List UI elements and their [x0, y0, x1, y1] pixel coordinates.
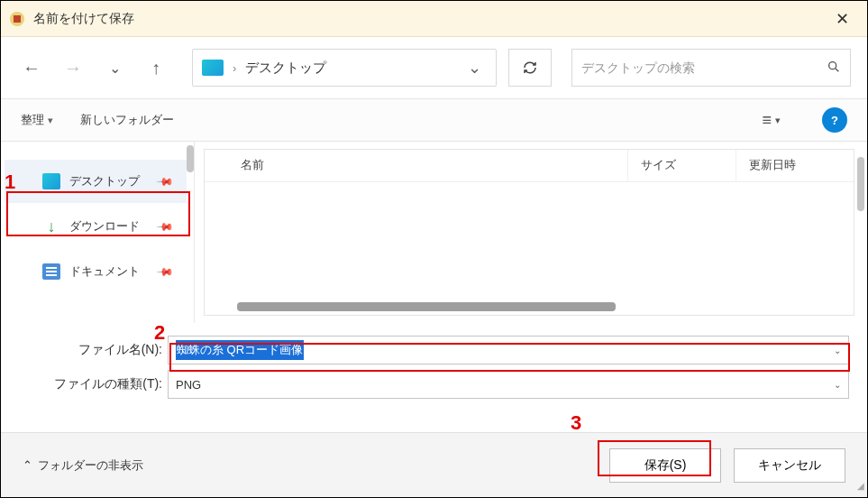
up-button[interactable]: ↑ [142, 53, 170, 82]
hide-folders-button[interactable]: ⌃ フォルダーの非表示 [23, 457, 143, 474]
fields: ファイル名(N): 蜘蛛の糸 QRコード画像 ⌄ ファイルの種類(T): PNG… [1, 323, 867, 408]
svg-rect-1 [14, 15, 21, 23]
pin-icon: 📌 [156, 172, 175, 191]
breadcrumb-location: デスクトップ [245, 60, 326, 77]
pin-icon: 📌 [156, 217, 175, 236]
pin-icon: 📌 [156, 263, 175, 281]
filelist-h-scrollbar[interactable] [237, 302, 616, 311]
search-icon[interactable] [827, 60, 841, 77]
filetype-value: PNG [176, 378, 201, 392]
document-icon [42, 263, 60, 280]
hide-folders-label: フォルダーの非表示 [38, 457, 143, 474]
chevron-down-icon[interactable]: ⌄ [834, 346, 841, 355]
location-icon [202, 60, 224, 76]
organize-label: 整理 [21, 112, 44, 128]
view-button[interactable]: ≡▾ [762, 111, 781, 130]
search-box[interactable] [571, 49, 851, 87]
filename-value: 蜘蛛の糸 QRコード画像 [176, 340, 304, 360]
search-input[interactable] [581, 60, 827, 75]
chevron-down-icon[interactable]: ⌄ [834, 380, 841, 390]
filetype-row: ファイルの種類(T): PNG ⌄ [19, 370, 849, 399]
breadcrumb-separator: › [233, 61, 236, 75]
help-button[interactable]: ? [822, 107, 847, 133]
filename-row: ファイル名(N): 蜘蛛の糸 QRコード画像 ⌄ [19, 336, 849, 364]
filetype-input[interactable]: PNG ⌄ [168, 370, 849, 399]
resize-grabber[interactable]: ◢ [854, 484, 864, 494]
file-list[interactable]: 名前 サイズ 更新日時 [204, 149, 854, 316]
sidebar-item-label: ダウンロード [69, 218, 140, 235]
new-folder-label: 新しいフォルダー [80, 112, 174, 128]
nav-row: ← → ⌄ ↑ › デスクトップ ⌄ [1, 37, 867, 98]
back-button[interactable]: ← [17, 53, 46, 82]
sidebar-scrollbar[interactable] [187, 145, 194, 172]
recent-button[interactable]: ⌄ [100, 53, 129, 82]
sidebar-item-label: デスクトップ [69, 173, 140, 189]
column-name[interactable]: 名前 [205, 150, 628, 181]
filename-input[interactable]: 蜘蛛の糸 QRコード画像 ⌄ [168, 336, 849, 364]
filetype-label: ファイルの種類(T): [19, 376, 168, 392]
toolbar: 整理 ▾ 新しいフォルダー ≡▾ ? [1, 98, 867, 142]
column-date[interactable]: 更新日時 [736, 150, 854, 181]
sidebar-item-documents[interactable]: ドキュメント 📌 [5, 250, 187, 293]
sidebar-item-label: ドキュメント [69, 263, 140, 280]
titlebar: 名前を付けて保存 ✕ [1, 1, 867, 37]
filelist-v-scrollbar[interactable] [857, 157, 864, 211]
close-icon[interactable]: ✕ [825, 4, 860, 34]
footer: ⌃ フォルダーの非表示 保存(S) キャンセル ◢ [1, 432, 867, 497]
cancel-button[interactable]: キャンセル [734, 448, 845, 483]
file-list-header: 名前 サイズ 更新日時 [205, 150, 854, 182]
refresh-button[interactable] [508, 49, 552, 87]
download-icon: ↓ [42, 218, 60, 235]
main-area: デスクトップ 📌 ↓ ダウンロード 📌 ドキュメント 📌 名前 サイズ 更新日時 [1, 142, 867, 323]
app-icon [8, 10, 26, 28]
svg-point-2 [829, 61, 836, 69]
breadcrumb-dropdown-icon[interactable]: ⌄ [462, 58, 487, 78]
svg-line-3 [836, 69, 838, 71]
filename-label: ファイル名(N): [19, 342, 168, 358]
organize-button[interactable]: 整理 ▾ [21, 112, 53, 128]
column-size[interactable]: サイズ [628, 150, 736, 181]
window-title: 名前を付けて保存 [33, 11, 825, 27]
sidebar-item-downloads[interactable]: ↓ ダウンロード 📌 [5, 205, 187, 248]
chevron-down-icon: ▾ [48, 115, 53, 126]
sidebar: デスクトップ 📌 ↓ ダウンロード 📌 ドキュメント 📌 [1, 142, 195, 323]
breadcrumb[interactable]: › デスクトップ ⌄ [192, 49, 497, 87]
save-button[interactable]: 保存(S) [609, 448, 721, 483]
sidebar-item-desktop[interactable]: デスクトップ 📌 [5, 160, 187, 203]
chevron-up-icon: ⌃ [23, 458, 32, 472]
new-folder-button[interactable]: 新しいフォルダー [80, 112, 174, 128]
forward-button[interactable]: → [59, 53, 87, 82]
desktop-icon [42, 173, 60, 189]
